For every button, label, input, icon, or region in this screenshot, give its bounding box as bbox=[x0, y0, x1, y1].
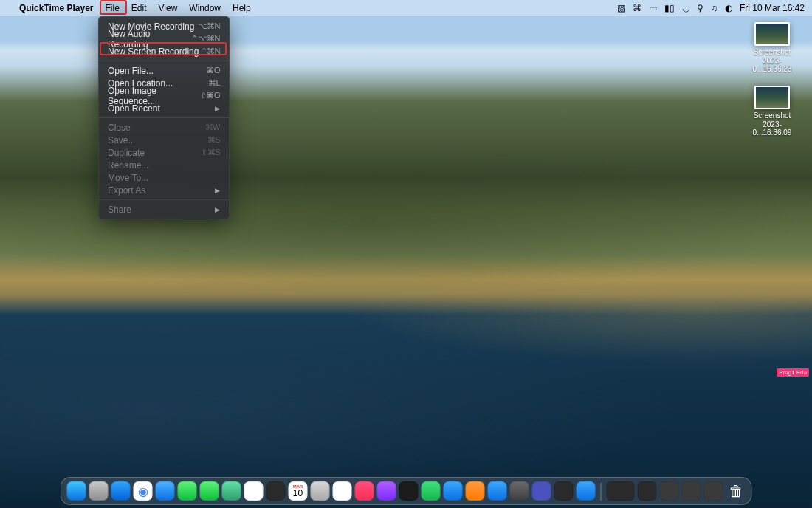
calendar-day-label: 10 bbox=[293, 489, 303, 498]
dock-app-calendar[interactable]: MAR10 bbox=[289, 481, 308, 501]
menu-item-label: Duplicate bbox=[108, 148, 145, 158]
file-thumbnail-icon bbox=[754, 86, 790, 109]
audio-icon[interactable]: ♫ bbox=[711, 3, 718, 13]
menu-item-label: Export As bbox=[108, 185, 145, 196]
dock-app-launchpad[interactable] bbox=[89, 481, 109, 501]
dock-app-keynote[interactable] bbox=[444, 481, 463, 501]
menu-shortcut: ⌘L bbox=[208, 78, 220, 88]
dock-app-music[interactable] bbox=[355, 481, 374, 501]
wifi-icon[interactable]: ◡ bbox=[682, 3, 689, 13]
menu-item-label: Open File... bbox=[108, 66, 154, 76]
submenu-arrow-icon: ▶ bbox=[215, 105, 220, 112]
menu-item-label: Share bbox=[108, 205, 131, 215]
menu-separator bbox=[99, 117, 229, 118]
dock-app-messages[interactable] bbox=[200, 481, 219, 501]
camera-status-icon[interactable]: ▧ bbox=[617, 3, 625, 13]
dock-app-photos[interactable] bbox=[244, 481, 264, 501]
menu-edit[interactable]: Edit bbox=[125, 1, 153, 15]
battery-icon[interactable]: ▮▯ bbox=[664, 3, 675, 13]
menu-shortcut: ⌃⌥⌘N bbox=[191, 34, 220, 44]
submenu-arrow-icon: ▶ bbox=[215, 206, 220, 213]
dock-app-keyboard-pref[interactable] bbox=[607, 481, 635, 501]
menu-item-open-image-sequence[interactable]: Open Image Sequence...⇧⌘O bbox=[99, 89, 229, 102]
file-label: Screenshot bbox=[754, 111, 791, 120]
menu-item-open-file[interactable]: Open File...⌘O bbox=[99, 64, 229, 77]
dock-app-trash[interactable]: 🗑 bbox=[726, 481, 746, 501]
dock-app-teams[interactable] bbox=[532, 481, 551, 501]
menu-item-label: Close bbox=[108, 123, 131, 133]
menu-bar: QuickTime Player File Edit View Window H… bbox=[0, 0, 812, 16]
menu-shortcut: ⌥⌘N bbox=[198, 21, 220, 31]
menu-item-save: Save...⌘S bbox=[99, 134, 229, 146]
dock-app-preview[interactable] bbox=[577, 481, 596, 501]
dock-app-misc4[interactable] bbox=[704, 481, 723, 501]
menu-shortcut: ⌃⌘N bbox=[201, 47, 220, 56]
dock-app-podcasts[interactable] bbox=[377, 481, 396, 501]
menu-item-label: Save... bbox=[108, 135, 135, 145]
menu-item-share: Share▶ bbox=[99, 203, 229, 216]
menu-item-duplicate: Duplicate⇧⌘S bbox=[99, 146, 229, 159]
dock-app-finder[interactable] bbox=[67, 481, 86, 501]
menu-file[interactable]: File bbox=[100, 1, 125, 15]
menu-item-move-to: Move To... bbox=[99, 171, 229, 184]
menu-shortcut: ⌘W bbox=[205, 123, 220, 132]
dock-app-facetime[interactable] bbox=[178, 481, 197, 501]
dock-app-contacts[interactable] bbox=[311, 481, 330, 501]
menu-shortcut: ⌘O bbox=[206, 66, 220, 75]
menu-item-label: Open Recent bbox=[108, 103, 160, 114]
menu-shortcut: ⇧⌘S bbox=[201, 148, 220, 157]
dock-app-misc2[interactable] bbox=[660, 481, 679, 501]
menu-item-close: Close⌘W bbox=[99, 121, 229, 134]
bluetooth-icon[interactable]: ⌘ bbox=[633, 3, 641, 13]
dock-app-misc3[interactable] bbox=[682, 481, 701, 501]
file-dropdown-menu: New Movie Recording⌥⌘NNew Audio Recordin… bbox=[98, 16, 230, 219]
submenu-arrow-icon: ▶ bbox=[215, 187, 220, 194]
dock-app-pages[interactable] bbox=[466, 481, 485, 501]
search-icon[interactable]: ⚲ bbox=[697, 3, 703, 13]
dock-app-appletv[interactable] bbox=[399, 481, 419, 501]
dock-app-numbers[interactable] bbox=[422, 481, 441, 501]
app-name[interactable]: QuickTime Player bbox=[13, 3, 100, 13]
file-label-sub: 2023-0...16.36.23 bbox=[753, 57, 792, 74]
dock-app-screenshot2[interactable] bbox=[554, 481, 574, 501]
menu-shortcut: ⇧⌘O bbox=[200, 91, 220, 100]
desktop-file-screenshot-1[interactable]: Screenshot2023-0...16.36.23 bbox=[744, 22, 800, 74]
dock-app-appstore[interactable] bbox=[488, 481, 507, 501]
file-label: Screenshot bbox=[754, 48, 791, 56]
menu-item-new-screen-recording[interactable]: New Screen Recording⌃⌘N bbox=[99, 45, 229, 58]
menu-shortcut: ⌘S bbox=[207, 135, 220, 145]
menu-item-label: New Screen Recording bbox=[108, 47, 199, 57]
desktop-file-screenshot-2[interactable]: Screenshot2023-0...16.36.09 bbox=[744, 86, 800, 137]
dock-app-preferences[interactable] bbox=[510, 481, 529, 501]
menu-window[interactable]: Window bbox=[183, 1, 227, 15]
dock-app-maps[interactable] bbox=[222, 481, 241, 501]
corner-badge: Prog1 Edu bbox=[777, 368, 809, 377]
dock-app-screenshot[interactable] bbox=[266, 481, 286, 501]
dock-app-chrome[interactable]: ◉ bbox=[134, 481, 153, 501]
control-center-icon[interactable]: ◐ bbox=[725, 3, 732, 13]
display-icon[interactable]: ▭ bbox=[649, 3, 657, 13]
dock-app-misc1[interactable] bbox=[638, 481, 657, 501]
menubar-datetime[interactable]: Fri 10 Mar 16:42 bbox=[740, 3, 805, 13]
menu-separator bbox=[99, 199, 229, 200]
menu-help[interactable]: Help bbox=[227, 1, 257, 15]
file-label-sub: 2023-0...16.36.09 bbox=[753, 120, 792, 137]
dock-app-reminders[interactable] bbox=[333, 481, 352, 501]
menu-item-new-audio-recording[interactable]: New Audio Recording⌃⌥⌘N bbox=[99, 32, 229, 45]
dock-app-safari[interactable] bbox=[111, 481, 131, 501]
dock-app-mail[interactable] bbox=[156, 481, 175, 501]
menu-item-export-as: Export As▶ bbox=[99, 184, 229, 196]
file-thumbnail-icon bbox=[754, 22, 790, 46]
dock-separator bbox=[601, 483, 602, 501]
menu-item-label: Move To... bbox=[108, 173, 148, 183]
menu-view[interactable]: View bbox=[153, 1, 184, 15]
menu-separator bbox=[99, 61, 229, 61]
dock: ◉MAR10🗑 bbox=[61, 477, 752, 505]
menu-item-label: Rename... bbox=[108, 160, 148, 171]
menu-item-rename: Rename... bbox=[99, 159, 229, 171]
